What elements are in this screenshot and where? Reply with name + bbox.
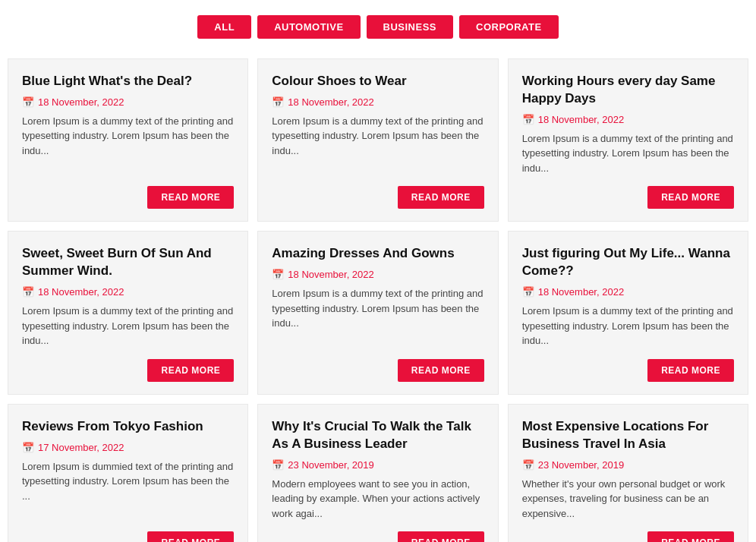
card-excerpt: Lorem Ipsum is a dummy text of the print…	[522, 131, 734, 176]
calendar-icon: 📅	[522, 286, 534, 298]
card-title: Blue Light What's the Deal?	[22, 73, 234, 90]
card-date: 📅 18 November, 2022	[272, 269, 484, 280]
card-date: 📅 18 November, 2022	[522, 286, 734, 298]
card-date: 📅 18 November, 2022	[22, 286, 234, 298]
card-8: Most Expensive Locations For Business Tr…	[508, 404, 748, 542]
read-more-button[interactable]: READ MORE	[147, 531, 234, 542]
read-more-wrap: READ MORE	[22, 531, 234, 542]
card-date: 📅 18 November, 2022	[22, 96, 234, 108]
filter-bar: ALLAUTOMOTIVEBUSINESSCORPORATE	[8, 8, 748, 46]
calendar-icon: 📅	[22, 96, 34, 108]
filter-btn-all[interactable]: ALL	[197, 15, 251, 39]
calendar-icon: 📅	[272, 269, 284, 280]
calendar-icon: 📅	[272, 459, 284, 471]
card-title: Colour Shoes to Wear	[272, 73, 484, 90]
card-3: Sweet, Sweet Burn Of Sun And Summer Wind…	[8, 231, 248, 394]
read-more-button[interactable]: READ MORE	[398, 531, 484, 542]
card-date-link[interactable]: 18 November, 2022	[38, 286, 124, 298]
calendar-icon: 📅	[22, 286, 34, 298]
calendar-icon: 📅	[522, 459, 534, 471]
card-title: Most Expensive Locations For Business Tr…	[522, 418, 734, 453]
card-date-link[interactable]: 18 November, 2022	[538, 114, 624, 125]
card-1: Colour Shoes to Wear 📅 18 November, 2022…	[257, 58, 498, 222]
card-excerpt: Lorem Ipsum is a dummy text of the print…	[272, 286, 484, 348]
card-excerpt: Lorem Ipsum is dummied text of the print…	[22, 459, 234, 521]
card-0: Blue Light What's the Deal? 📅 18 Novembe…	[8, 58, 248, 222]
calendar-icon: 📅	[522, 114, 534, 125]
read-more-wrap: READ MORE	[522, 531, 734, 542]
card-6: Reviews From Tokyo Fashion 📅 17 November…	[8, 404, 248, 542]
card-date-link[interactable]: 23 November, 2019	[288, 459, 373, 471]
read-more-button[interactable]: READ MORE	[147, 359, 234, 382]
card-date: 📅 18 November, 2022	[522, 114, 734, 125]
card-title: Reviews From Tokyo Fashion	[22, 418, 234, 436]
card-title: Sweet, Sweet Burn Of Sun And Summer Wind…	[22, 245, 234, 280]
read-more-button[interactable]: READ MORE	[647, 359, 734, 382]
card-excerpt: Lorem Ipsum is a dummy text of the print…	[272, 114, 484, 175]
read-more-button[interactable]: READ MORE	[147, 186, 234, 209]
filter-btn-automotive[interactable]: AUTOMOTIVE	[257, 15, 360, 39]
card-date-link[interactable]: 17 November, 2022	[38, 442, 124, 453]
calendar-icon: 📅	[272, 96, 284, 108]
card-2: Working Hours every day Same Happy Days …	[508, 58, 748, 222]
card-title: Just figuring Out My Life... Wanna Come?…	[522, 245, 734, 280]
card-title: Why It's Crucial To Walk the Talk As A B…	[272, 418, 484, 453]
card-date-link[interactable]: 18 November, 2022	[538, 286, 624, 298]
filter-btn-corporate[interactable]: CORPORATE	[459, 15, 559, 39]
card-excerpt: Whether it's your own personal budget or…	[522, 477, 734, 522]
read-more-wrap: READ MORE	[22, 359, 234, 382]
card-date: 📅 23 November, 2019	[272, 459, 484, 471]
card-date-link[interactable]: 18 November, 2022	[288, 96, 373, 108]
card-excerpt: Lorem Ipsum is a dummy text of the print…	[522, 304, 734, 348]
calendar-icon: 📅	[22, 442, 34, 453]
card-title: Amazing Dresses And Gowns	[272, 245, 484, 263]
card-date-link[interactable]: 18 November, 2022	[288, 269, 373, 280]
read-more-button[interactable]: READ MORE	[398, 186, 484, 209]
card-7: Why It's Crucial To Walk the Talk As A B…	[257, 404, 498, 542]
read-more-button[interactable]: READ MORE	[398, 359, 484, 382]
read-more-wrap: READ MORE	[272, 359, 484, 382]
filter-btn-business[interactable]: BUSINESS	[367, 15, 453, 39]
card-title: Working Hours every day Same Happy Days	[522, 73, 734, 108]
card-excerpt: Modern employees want to see you in acti…	[272, 477, 484, 522]
read-more-wrap: READ MORE	[522, 186, 734, 209]
card-4: Amazing Dresses And Gowns 📅 18 November,…	[257, 231, 498, 394]
card-5: Just figuring Out My Life... Wanna Come?…	[508, 231, 748, 394]
card-date: 📅 18 November, 2022	[272, 96, 484, 108]
card-grid: Blue Light What's the Deal? 📅 18 Novembe…	[8, 58, 748, 542]
card-date-link[interactable]: 18 November, 2022	[38, 96, 124, 108]
read-more-wrap: READ MORE	[272, 186, 484, 209]
read-more-button[interactable]: READ MORE	[647, 531, 734, 542]
card-excerpt: Lorem Ipsum is a dummy text of the print…	[22, 304, 234, 348]
read-more-wrap: READ MORE	[272, 531, 484, 542]
card-date: 📅 17 November, 2022	[22, 442, 234, 453]
card-date: 📅 23 November, 2019	[522, 459, 734, 471]
read-more-wrap: READ MORE	[22, 186, 234, 209]
read-more-wrap: READ MORE	[522, 359, 734, 382]
read-more-button[interactable]: READ MORE	[647, 186, 734, 209]
card-excerpt: Lorem Ipsum is a dummy text of the print…	[22, 114, 234, 175]
card-date-link[interactable]: 23 November, 2019	[538, 459, 624, 471]
